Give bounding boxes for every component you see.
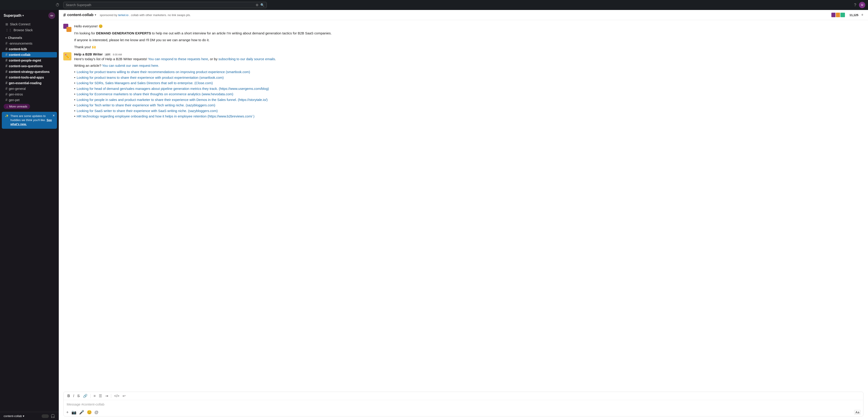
channel-item-gen-intros[interactable]: # gen-intros bbox=[2, 92, 57, 97]
channel-name: content-strategy-questions bbox=[9, 70, 50, 74]
channel-name: gen-essential-reading bbox=[9, 81, 41, 85]
down-arrow-icon: ↓ bbox=[6, 105, 8, 108]
input-toolbar: B I S 🔗 ≡ ☰ ⇥ </> ↩ bbox=[64, 392, 863, 400]
channel-name: content-b2b bbox=[9, 47, 27, 51]
chat-area: # content-collab ▾ sponsored by terkel.i… bbox=[59, 10, 868, 420]
search-bar[interactable]: Search Superpath ⚙ 🔍 bbox=[63, 2, 267, 8]
help-icon[interactable]: ? bbox=[854, 3, 856, 7]
hash-icon: # bbox=[5, 81, 7, 85]
sidebar-bottom-channel[interactable]: content-collab ▾ bbox=[4, 414, 24, 418]
member-avatars[interactable] bbox=[831, 12, 845, 18]
channels-arrow: ▾ bbox=[5, 37, 6, 39]
add-member-button[interactable]: + bbox=[861, 13, 864, 18]
hash-icon: # bbox=[5, 92, 7, 96]
history-icon[interactable]: ⏱ bbox=[56, 3, 60, 7]
channel-name: content-people-mgmt bbox=[9, 59, 41, 62]
italic-button[interactable]: I bbox=[72, 394, 75, 398]
font-button[interactable]: Aa bbox=[854, 410, 861, 415]
channel-header: # content-collab ▾ sponsored by terkel.i… bbox=[59, 10, 868, 20]
mic-button[interactable]: 🎤 bbox=[79, 410, 84, 415]
channel-item-content-strategy-questions[interactable]: # content-strategy-questions bbox=[2, 69, 57, 75]
message-group-1: Hello everyone! 😊 I'm looking for DEMAND… bbox=[63, 24, 864, 50]
search-text: Search Superpath bbox=[66, 3, 91, 7]
message-sender-2: Help a B2B Writer bbox=[74, 52, 103, 56]
channel-item-announcements[interactable]: # -announcements bbox=[2, 41, 57, 46]
workspace-header[interactable]: Superpath ▾ ✏ bbox=[0, 10, 59, 21]
channel-item-content-tools-and-apps[interactable]: # content-tools-and-apps bbox=[2, 75, 57, 80]
filter-icon[interactable]: ⚙ bbox=[256, 3, 258, 7]
bullet-link-8[interactable]: Looking for SaaS writer to share their e… bbox=[76, 108, 218, 114]
subscribe-link[interactable]: subscribing to our daily source emails bbox=[218, 57, 275, 61]
revert-button[interactable]: ↩ bbox=[121, 393, 127, 398]
member-avatar-3 bbox=[840, 12, 845, 18]
submit-link[interactable]: You can submit our own request here. bbox=[102, 63, 159, 67]
channel-desc: sponsored by terkel.io . collab with oth… bbox=[100, 13, 191, 17]
message-group-2: ✏️ Help a B2B Writer APP 8:00 AM Here's … bbox=[63, 52, 864, 120]
sidebar: Superpath ▾ ✏ ⊞ Slack Connect ⋮⋮ Browse … bbox=[0, 10, 59, 420]
hash-icon: # bbox=[5, 75, 7, 79]
slack-connect-icon: ⊞ bbox=[5, 22, 8, 26]
member-count[interactable]: 11,125 bbox=[849, 13, 859, 17]
sidebar-item-slack-connect[interactable]: ⊞ Slack Connect bbox=[2, 22, 57, 27]
toggle-switch[interactable] bbox=[41, 414, 49, 418]
hash-icon: # bbox=[5, 64, 7, 68]
bullet-link-5[interactable]: Looking for Ecommerce marketers to share… bbox=[76, 92, 233, 97]
plus-button[interactable]: + bbox=[66, 410, 69, 415]
bold-button[interactable]: B bbox=[66, 394, 71, 398]
channel-item-gen-pet[interactable]: # gen-pet bbox=[2, 97, 57, 103]
channels-header[interactable]: ▾ Channels bbox=[2, 35, 57, 40]
compose-button[interactable]: ✏ bbox=[49, 12, 55, 19]
banner-text: There are some updates to huddles we thi… bbox=[10, 114, 54, 127]
workspace-chevron: ▾ bbox=[22, 14, 24, 17]
channel-item-gen-essential-reading[interactable]: # gen-essential-reading bbox=[2, 80, 57, 86]
channel-item-content-people-mgmt[interactable]: # content-people-mgmt bbox=[2, 58, 57, 63]
channel-name: content-collab bbox=[67, 13, 93, 17]
bullet-link-3[interactable]: Looking for SDRs, Sales Managers and Sal… bbox=[76, 81, 213, 86]
message-content-2: Help a B2B Writer APP 8:00 AM Here's tod… bbox=[74, 52, 864, 120]
search-icon[interactable]: 🔍 bbox=[260, 3, 264, 7]
sidebar-bottom-controls: 🎧 bbox=[41, 414, 55, 418]
sidebar-item-browse-slack[interactable]: ⋮⋮ Browse Slack bbox=[2, 27, 57, 33]
bullet-link-9[interactable]: HR technology regarding employee onboard… bbox=[76, 114, 254, 119]
channel-chevron[interactable]: ▾ bbox=[95, 13, 96, 17]
message-input-area: B I S 🔗 ≡ ☰ ⇥ </> ↩ Message #content-col… bbox=[63, 392, 864, 416]
channels-label: Channels bbox=[8, 36, 22, 39]
headphone-icon[interactable]: 🎧 bbox=[51, 414, 55, 418]
bullet-link-7[interactable]: Looking for Tech writer to share their e… bbox=[76, 103, 215, 108]
close-banner-button[interactable]: × bbox=[53, 114, 55, 118]
sponsor-link[interactable]: terkel.io bbox=[118, 13, 129, 17]
hash-icon: # bbox=[5, 58, 7, 62]
channel-item-content-b2b[interactable]: # content-b2b bbox=[2, 47, 57, 52]
message-content-1: Hello everyone! 😊 I'm looking for DEMAND… bbox=[74, 24, 864, 50]
message-time-2: 8:00 AM bbox=[113, 53, 122, 56]
channel-item-content-seo-questions[interactable]: # content-seo-questions bbox=[2, 63, 57, 69]
channel-name: content-tools-and-apps bbox=[9, 76, 44, 79]
bullet-link-4[interactable]: Looking for head of demand gen/sales man… bbox=[76, 86, 269, 91]
more-unreads-button[interactable]: ↓ More unreads bbox=[4, 104, 30, 109]
strikethrough-button[interactable]: S bbox=[76, 394, 81, 398]
user-avatar[interactable]: U bbox=[859, 2, 865, 8]
app-badge: APP bbox=[104, 53, 111, 56]
mention-button[interactable]: @ bbox=[94, 410, 98, 415]
bullet-link-2[interactable]: Looking for product teams to share their… bbox=[76, 75, 223, 80]
unordered-list-button[interactable]: ☰ bbox=[98, 393, 103, 398]
indent-button[interactable]: ⇥ bbox=[104, 393, 109, 398]
top-bar-right: ? U bbox=[854, 2, 865, 8]
message-avatar-2: ✏️ bbox=[63, 52, 71, 60]
respond-link[interactable]: You can respond to these requests here bbox=[148, 57, 208, 61]
main-layout: Superpath ▾ ✏ ⊞ Slack Connect ⋮⋮ Browse … bbox=[0, 10, 868, 420]
camera-button[interactable]: 📷 bbox=[71, 410, 76, 415]
bullet-link-6[interactable]: Looking for people in sales and product … bbox=[76, 97, 268, 103]
message-input-field[interactable]: Message #content-collab bbox=[64, 400, 863, 409]
channel-name: gen-intros bbox=[9, 92, 23, 96]
channel-name: -announcements bbox=[9, 41, 32, 45]
emoji-button[interactable]: 😊 bbox=[87, 410, 92, 415]
bullet-link-1[interactable]: Looking for product teams willing to sha… bbox=[76, 69, 250, 75]
link-button[interactable]: 🔗 bbox=[82, 393, 89, 398]
channel-item-content-collab[interactable]: # content-collab bbox=[2, 52, 57, 57]
ordered-list-button[interactable]: ≡ bbox=[92, 394, 97, 398]
code-button[interactable]: </> bbox=[113, 394, 121, 398]
channel-item-gen-general[interactable]: # gen-general bbox=[2, 86, 57, 91]
hash-icon: # bbox=[5, 53, 7, 57]
channel-name: content-seo-questions bbox=[9, 64, 43, 68]
